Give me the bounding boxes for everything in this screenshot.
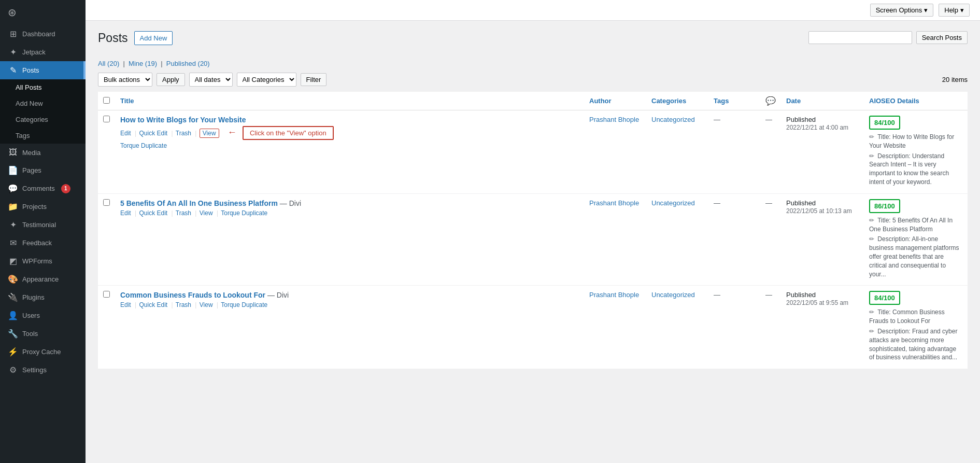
post-categories: Uncategorized <box>646 193 708 286</box>
annotation-arrow: ← <box>228 127 237 137</box>
post-date: Published 2022/12/21 at 4:00 am <box>781 110 864 194</box>
category-link[interactable]: Uncategorized <box>651 199 695 207</box>
sidebar-item-plugins[interactable]: 🔌 Plugins <box>0 288 86 306</box>
users-icon: 👤 <box>8 311 18 320</box>
topbar: Screen Options ▾ Help ▾ <box>86 0 980 21</box>
view-link[interactable]: View <box>200 209 213 217</box>
content-area: Posts Add New Search Posts All (20) | Mi… <box>86 21 980 463</box>
filter-button[interactable]: Filter <box>301 73 327 86</box>
post-author: Prashant Bhople <box>584 286 646 369</box>
trash-link[interactable]: Trash <box>176 209 191 217</box>
wp-logo-icon: ⊛ <box>8 6 17 19</box>
edit-link[interactable]: Edit <box>120 209 131 217</box>
dates-filter-select[interactable]: All dates <box>189 73 233 87</box>
search-row: Search Posts <box>808 31 968 44</box>
torque-duplicate-link[interactable]: Torque Duplicate <box>221 209 267 217</box>
edit-link[interactable]: Edit <box>120 301 131 308</box>
row-checkbox[interactable] <box>103 291 110 298</box>
submenu-all-posts[interactable]: All Posts <box>0 79 86 95</box>
sidebar-item-jetpack[interactable]: ✦ Jetpack <box>0 43 86 61</box>
toolbar-left: Bulk actions Apply All dates All Categor… <box>98 73 326 87</box>
quick-edit-link[interactable]: Quick Edit <box>139 209 168 217</box>
submenu-tags[interactable]: Tags <box>0 128 86 144</box>
sidebar-item-label: Comments <box>22 185 55 192</box>
items-count: 20 items <box>942 76 968 83</box>
table-row: 5 Benefits Of An All In One Business Pla… <box>98 193 968 286</box>
annotation-box: Click on the "View" option <box>243 126 334 140</box>
quick-edit-link[interactable]: Quick Edit <box>139 301 168 308</box>
sidebar-item-label: Plugins <box>22 293 45 301</box>
sidebar-item-wpforms[interactable]: ◩ WPForms <box>0 252 86 270</box>
settings-icon: ⚙ <box>8 365 18 375</box>
aioseo-title-detail: ✏ Title: Common Business Frauds to Looko… <box>869 308 962 326</box>
filter-mine-link[interactable]: Mine (19) <box>129 60 157 67</box>
aioseo-score-badge: 84/100 <box>869 291 900 305</box>
help-label: Help <box>944 6 958 14</box>
bulk-actions-select[interactable]: Bulk actions <box>98 73 152 87</box>
sidebar-item-appearance[interactable]: 🎨 Appearance <box>0 270 86 288</box>
table-row: How to Write Blogs for Your Website Edit… <box>98 110 968 194</box>
filter-published-link[interactable]: Published (20) <box>166 60 210 67</box>
col-header-author: Author <box>584 92 646 110</box>
comments-badge: 1 <box>61 184 70 193</box>
search-posts-button[interactable]: Search Posts <box>916 31 968 44</box>
sidebar-item-proxy-cache[interactable]: ⚡ Proxy Cache <box>0 343 86 361</box>
sidebar-item-posts[interactable]: ✎ Posts <box>0 61 86 79</box>
categories-filter-select[interactable]: All Categories <box>237 73 296 87</box>
sidebar-item-comments[interactable]: 💬 Comments 1 <box>0 179 86 198</box>
author-link[interactable]: Prashant Bhople <box>589 116 639 123</box>
edit-link[interactable]: Edit <box>120 130 131 137</box>
sidebar-item-label: Users <box>22 312 40 319</box>
pencil-icon: ✏ <box>869 328 874 335</box>
add-new-label: Add New <box>16 100 43 107</box>
posts-icon: ✎ <box>8 65 18 75</box>
author-link[interactable]: Prashant Bhople <box>589 291 639 299</box>
testimonial-icon: ✦ <box>8 220 18 230</box>
sidebar-item-dashboard[interactable]: ⊞ Dashboard <box>0 25 86 43</box>
sidebar-item-media[interactable]: 🖼 Media <box>0 144 86 161</box>
comment-bubble-icon: 💬 <box>765 96 776 105</box>
sidebar-item-pages[interactable]: 📄 Pages <box>0 161 86 179</box>
row-checkbox[interactable] <box>103 116 110 122</box>
select-all-checkbox[interactable] <box>103 97 110 104</box>
torque-duplicate-link[interactable]: Torque Duplicate <box>120 142 167 149</box>
post-aioseo: 84/100 ✏ Title: Common Business Frauds t… <box>864 286 968 369</box>
tools-icon: 🔧 <box>8 329 18 339</box>
sidebar-item-settings[interactable]: ⚙ Settings <box>0 361 86 379</box>
sidebar-logo: ⊛ <box>0 0 86 25</box>
quick-edit-link[interactable]: Quick Edit <box>139 130 168 137</box>
main-content: Screen Options ▾ Help ▾ Posts Add New Se… <box>86 0 980 463</box>
submenu-categories[interactable]: Categories <box>0 111 86 128</box>
sidebar-item-label: Posts <box>22 66 39 74</box>
author-link[interactable]: Prashant Bhople <box>589 199 639 207</box>
sidebar-item-testimonial[interactable]: ✦ Testimonial <box>0 216 86 234</box>
torque-duplicate-link[interactable]: Torque Duplicate <box>221 301 267 308</box>
post-title-link[interactable]: Common Business Frauds to Lookout For — … <box>120 291 579 299</box>
screen-options-button[interactable]: Screen Options ▾ <box>870 4 934 17</box>
row-actions: Edit | Quick Edit | Trash | View ← Click… <box>120 126 579 140</box>
aioseo-title-detail: ✏ Title: 5 Benefits Of An All In One Bus… <box>869 216 962 234</box>
category-link[interactable]: Uncategorized <box>651 116 695 123</box>
help-button[interactable]: Help ▾ <box>939 4 970 17</box>
add-new-button[interactable]: Add New <box>134 31 173 45</box>
posts-table: Title Author Categories Tags 💬 <box>98 92 968 369</box>
sidebar-item-tools[interactable]: 🔧 Tools <box>0 325 86 343</box>
view-link[interactable]: View <box>200 129 219 138</box>
submenu-add-new[interactable]: Add New <box>0 95 86 111</box>
post-title-link[interactable]: How to Write Blogs for Your Website <box>120 116 579 124</box>
row-checkbox[interactable] <box>103 199 110 206</box>
search-input[interactable] <box>808 31 912 44</box>
sidebar-item-users[interactable]: 👤 Users <box>0 306 86 325</box>
post-date: Published 2022/12/05 at 10:13 am <box>781 193 864 286</box>
sidebar-item-projects[interactable]: 📁 Projects <box>0 198 86 216</box>
post-title-link[interactable]: 5 Benefits Of An All In One Business Pla… <box>120 199 579 207</box>
apply-button[interactable]: Apply <box>157 73 185 86</box>
trash-link[interactable]: Trash <box>176 301 191 308</box>
sidebar-item-feedback[interactable]: ✉ Feedback <box>0 234 86 252</box>
category-link[interactable]: Uncategorized <box>651 291 695 299</box>
col-header-tags: Tags <box>708 92 760 110</box>
view-link[interactable]: View <box>200 301 213 308</box>
post-tags: — <box>708 286 760 369</box>
trash-link[interactable]: Trash <box>176 130 191 137</box>
filter-all-link[interactable]: All (20) <box>98 60 119 67</box>
